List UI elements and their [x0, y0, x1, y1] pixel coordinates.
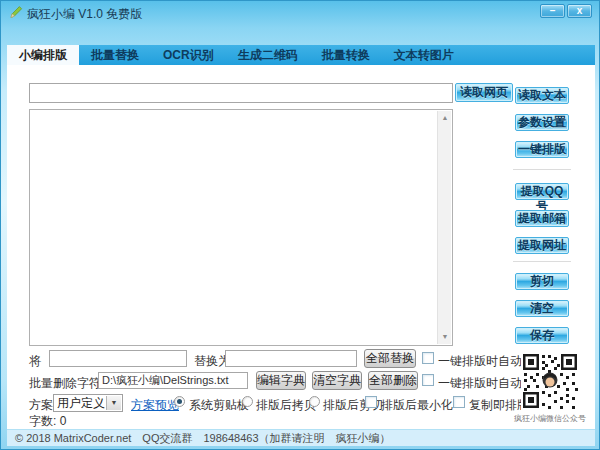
replace-all-button[interactable]: 全部替换	[364, 349, 416, 368]
status-bar: © 2018 MatrixCoder.net QQ交流群 198648463（加…	[7, 429, 595, 446]
clear-dictionary-button[interactable]: 清空字典	[312, 371, 362, 390]
word-count-value: 0	[60, 414, 67, 428]
qr-caption: 疯狂小编微信公众号	[511, 413, 589, 424]
replace-to-input[interactable]	[225, 350, 357, 367]
clear-button[interactable]: 清空	[515, 300, 569, 317]
radio-copy-after-typeset[interactable]	[242, 396, 253, 407]
edit-dictionary-button[interactable]: 编辑字典	[256, 371, 306, 390]
replace-from-input[interactable]	[49, 350, 187, 367]
title-bar[interactable]: 疯狂小编 V1.0 免费版 – x	[1, 1, 599, 23]
auto-replace-checkbox[interactable]	[422, 352, 434, 364]
minimize-button[interactable]: –	[540, 4, 565, 18]
tab-text-to-image[interactable]: 文本转图片	[382, 45, 466, 65]
delete-strings-path-input[interactable]	[98, 372, 248, 389]
scroll-up-icon[interactable]: ▲	[438, 111, 452, 125]
radio-system-clipboard-label[interactable]: 系统剪贴板	[189, 397, 249, 414]
app-window: 疯狂小编 V1.0 免费版 – x 小编排版 批量替换 OCR识别 生成二维码 …	[0, 0, 600, 450]
radio-system-clipboard[interactable]	[174, 396, 185, 407]
word-count: 字数: 0	[29, 413, 66, 430]
cut-button[interactable]: 剪切	[515, 273, 569, 290]
minimize-after-typeset-checkbox[interactable]	[365, 396, 377, 408]
read-text-button[interactable]: 读取文本	[515, 87, 569, 104]
radio-cut-after-typeset[interactable]	[309, 396, 320, 407]
chevron-down-icon[interactable]: ▼	[106, 396, 121, 410]
close-button[interactable]: x	[567, 4, 592, 18]
tab-qrcode-generate[interactable]: 生成二维码	[226, 45, 310, 65]
tab-typeset[interactable]: 小编排版	[7, 45, 79, 65]
extract-url-button[interactable]: 提取网址	[515, 237, 569, 254]
scroll-down-icon[interactable]: ▼	[438, 330, 452, 344]
scheme-label: 方案	[29, 397, 53, 414]
minimize-after-typeset-label[interactable]: 排版后最小化	[381, 397, 453, 414]
tab-batch-convert[interactable]: 批量转换	[310, 45, 382, 65]
extract-qq-button[interactable]: 提取QQ号	[515, 183, 569, 200]
extract-email-button[interactable]: 提取邮箱	[515, 210, 569, 227]
status-text: © 2018 MatrixCoder.net QQ交流群 198648463（加…	[15, 432, 391, 444]
main-text-editor[interactable]: ▲ ▼	[29, 109, 453, 346]
auto-delete-checkbox[interactable]	[422, 374, 434, 386]
tab-bar: 小编排版 批量替换 OCR识别 生成二维码 批量转换 文本转图片	[7, 45, 595, 65]
right-panel-divider	[513, 169, 571, 170]
save-button[interactable]: 保存	[515, 327, 569, 344]
settings-button[interactable]: 参数设置	[515, 114, 569, 131]
one-click-typeset-button[interactable]: 一键排版	[515, 141, 569, 158]
delete-all-button[interactable]: 全部删除	[368, 371, 418, 390]
right-panel-divider	[513, 261, 571, 262]
window-title: 疯狂小编 V1.0 免费版	[27, 6, 142, 23]
word-count-label: 字数:	[29, 414, 56, 428]
replace-from-label: 将	[29, 353, 41, 370]
copy-triggers-typeset-checkbox[interactable]	[453, 396, 465, 408]
scheme-preview-link[interactable]: 方案预览	[131, 397, 179, 414]
wechat-qr-code	[521, 352, 579, 410]
tab-ocr[interactable]: OCR识别	[151, 45, 226, 65]
copy-triggers-typeset-label[interactable]: 复制即排版	[469, 397, 529, 414]
app-logo-pencil-icon	[9, 5, 23, 23]
radio-copy-after-typeset-label[interactable]: 排版后拷贝	[256, 397, 316, 414]
scheme-select-value: 用户定义	[57, 396, 105, 410]
scheme-select[interactable]: 用户定义 ▼	[53, 394, 123, 412]
tab-batch-replace[interactable]: 批量替换	[79, 45, 151, 65]
read-webpage-button[interactable]: 读取网页	[455, 83, 513, 102]
editor-scrollbar[interactable]: ▲ ▼	[437, 111, 451, 344]
url-input[interactable]	[29, 83, 453, 103]
